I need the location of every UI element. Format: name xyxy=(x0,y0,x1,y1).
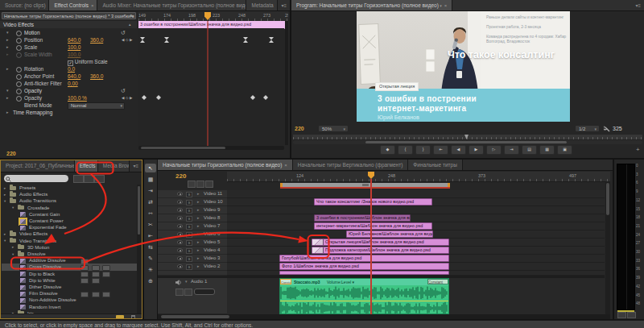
track-header-video-5[interactable]: B▸Video 5 xyxy=(158,239,227,247)
ec-row-scale[interactable]: ▸Scale 100,0 xyxy=(0,44,137,51)
ec-row-opacity-group[interactable]: ▾Opacity ↺ xyxy=(0,87,137,94)
delete-icon[interactable] xyxy=(131,315,135,320)
effects-tree-row[interactable]: ▾Video Transitions xyxy=(2,238,137,244)
toggle-track-output-icon[interactable] xyxy=(177,256,183,260)
track-header-video-6[interactable]: B▸Video 6 xyxy=(158,230,227,239)
keyframe-nav[interactable]: ◀◇▶ xyxy=(122,36,134,44)
sync-lock-icon[interactable]: B xyxy=(186,208,192,214)
mark-out-button[interactable]: } xyxy=(415,145,431,155)
anchor-y-value[interactable]: 360,0 xyxy=(90,73,103,80)
selection-tool-icon[interactable]: ↖ xyxy=(145,164,156,172)
timeline-v-scrollbar[interactable] xyxy=(605,181,610,314)
zoom-tool-icon[interactable]: ⊕ xyxy=(145,276,156,285)
meter-button[interactable] xyxy=(617,312,626,318)
clip-audio-1[interactable]: Constant Staccato.mp3 Volume:Level ▾ Con… xyxy=(279,278,449,314)
sync-lock-icon[interactable]: B xyxy=(186,192,192,197)
effects-tree-row[interactable]: ▸Presets xyxy=(2,185,137,191)
track-header-video-11[interactable]: B▸Video 11 xyxy=(158,190,227,198)
timeline-ruler[interactable]: 124 248 373 497 xyxy=(227,172,610,182)
ec-row-anti-flicker[interactable]: Anti-flicker Filter 0,00 xyxy=(0,80,137,87)
toggle-track-output-icon[interactable] xyxy=(177,200,183,204)
slip-tool-icon[interactable]: ⇤ xyxy=(145,231,156,240)
program-ruler[interactable] xyxy=(293,135,642,140)
zoom-level-dropdown[interactable]: 50%▾ xyxy=(318,125,349,132)
effects-search-input[interactable] xyxy=(4,175,68,182)
ec-row-opacity[interactable]: ▸Opacity 100,0 % ◀◇▶ xyxy=(0,94,137,102)
rotation-value[interactable]: 0,0 xyxy=(68,65,75,73)
timeline-timecode[interactable]: 220 xyxy=(175,172,186,180)
cross-dissolve-transition[interactable] xyxy=(312,247,324,253)
rolling-edit-tool-icon[interactable]: ⇄ xyxy=(145,197,156,206)
clip-video-2[interactable]: Фото 1/Шаблон значка для видео.psd xyxy=(279,263,449,270)
clip-video-8[interactable]: 3 ошибки в построении/Шаблон значка для … xyxy=(314,214,411,222)
stopwatch-icon[interactable] xyxy=(16,74,22,80)
effects-tree-row[interactable]: Constant Gain xyxy=(2,211,137,218)
track-select-tool-icon[interactable]: ▦ xyxy=(145,175,156,184)
tab-source[interactable]: Source: (no clips) xyxy=(0,0,49,10)
opacity-value[interactable]: 100,0 % xyxy=(68,94,87,102)
export-frame-button[interactable]: ▣ xyxy=(557,145,572,155)
ec-row-position[interactable]: ▸Position 640,0 360,0 ◀◇▶ xyxy=(0,36,137,44)
effects-view-button[interactable] xyxy=(73,175,84,183)
panel-menu-icon[interactable]: ▾≡ xyxy=(130,160,142,172)
clip-video-6[interactable]: Юрий Белканов/Шаблон значка для видео.ps… xyxy=(346,230,433,238)
ec-mini-ruler[interactable]: 149 174 198 223 248 273 298 xyxy=(138,11,288,21)
playback-resolution-dropdown[interactable]: 1/2▾ xyxy=(575,125,600,132)
sync-lock-icon[interactable]: B xyxy=(186,224,192,230)
keyframe-nav[interactable]: ◀◇▶ xyxy=(122,94,134,102)
track-header-audio-1[interactable]: ▾Audio 1 xyxy=(158,278,227,314)
sync-lock-icon[interactable]: B xyxy=(186,256,192,262)
panel-menu-icon[interactable]: ▾≡ xyxy=(632,0,644,10)
lift-button[interactable]: ▤ xyxy=(522,145,537,155)
program-timecode[interactable]: 220 xyxy=(295,126,304,131)
toggle-track-output-icon[interactable] xyxy=(177,264,183,268)
audio-display-pill[interactable] xyxy=(194,289,215,295)
audio-clip-param[interactable]: Volume:Level ▾ xyxy=(327,279,354,285)
program-scrollbar[interactable] xyxy=(293,140,642,144)
effects-tree-row[interactable]: Cross Dissolve xyxy=(2,264,137,270)
set-marker-icon[interactable] xyxy=(196,181,204,188)
close-icon[interactable]: × xyxy=(91,3,94,8)
tab-effect-controls[interactable]: Effect Controls× xyxy=(49,0,97,10)
effects-view-button[interactable] xyxy=(84,175,94,183)
effects-tree-row[interactable]: ▾Crossfade xyxy=(2,205,137,211)
ec-h-scrollbar[interactable] xyxy=(138,146,284,150)
anti-flicker-value[interactable]: 0,00 xyxy=(68,80,78,87)
track-header-video-2[interactable]: B▸Video 2 xyxy=(158,263,227,271)
stopwatch-icon[interactable] xyxy=(16,81,22,87)
effects-tree-row[interactable]: ▸3D Motion xyxy=(2,244,137,251)
audio-keyframe-icon[interactable] xyxy=(184,289,192,296)
panel-menu-icon[interactable]: ▾≡ xyxy=(278,0,290,10)
effects-tree-row[interactable]: ▾Audio Transitions xyxy=(2,197,137,204)
ec-clip-header-arrow-icon[interactable]: ▶ xyxy=(130,13,134,18)
ec-row-anchor-point[interactable]: Anchor Point 640,0 360,0 xyxy=(0,73,137,80)
marker-menu-icon[interactable] xyxy=(205,181,213,188)
cross-dissolve-transition[interactable] xyxy=(312,239,324,245)
clip-video-3[interactable]: Голубой/Шаблон значка для видео.psd xyxy=(279,255,449,262)
effects-tree-row[interactable]: Dither Dissolve xyxy=(2,284,137,290)
reset-icon[interactable]: ↺ xyxy=(121,87,126,94)
sync-lock-icon[interactable]: B xyxy=(186,240,192,246)
effects-tree-row[interactable]: Random Invert xyxy=(2,304,137,310)
rate-stretch-tool-icon[interactable]: ⇿ xyxy=(145,209,156,218)
step-back-button[interactable]: ◀ xyxy=(451,145,466,155)
clip-video-4[interactable]: Подложка категории/Шаблон значка для вид… xyxy=(312,247,449,254)
toggle-track-output-icon[interactable] xyxy=(177,224,183,228)
add-marker-button[interactable]: ◆ xyxy=(380,145,395,155)
mark-in-button[interactable]: { xyxy=(398,145,413,155)
effects-tree-row[interactable]: ▾Dissolve xyxy=(2,251,137,257)
ripple-edit-tool-icon[interactable]: ⇥ xyxy=(145,186,156,195)
ec-row-blend-mode[interactable]: Blend Mode Normal▾ xyxy=(0,102,137,109)
effects-tree-row[interactable]: ▸Video Effects xyxy=(2,230,137,237)
effects-tree-row[interactable]: Non-Additive Dissolve xyxy=(2,297,137,303)
tab-media-browser[interactable]: Media Browser xyxy=(98,160,130,172)
effects-tree-row[interactable]: Additive Dissolve xyxy=(2,257,137,264)
clip-video-1-partial[interactable] xyxy=(279,271,449,275)
hand-tool-icon[interactable]: ✳ xyxy=(145,265,156,274)
tab-sequence-2[interactable]: Начальные титры Вертикально (фрагмент) xyxy=(293,160,408,170)
ec-row-motion[interactable]: ▾Motion ↺ xyxy=(0,29,137,36)
position-x-value[interactable]: 640,0 xyxy=(68,36,80,44)
effects-tree-row[interactable]: Exponential Fade xyxy=(2,224,137,230)
toggle-track-output-icon[interactable] xyxy=(177,232,183,236)
wrench-icon[interactable] xyxy=(604,126,610,132)
